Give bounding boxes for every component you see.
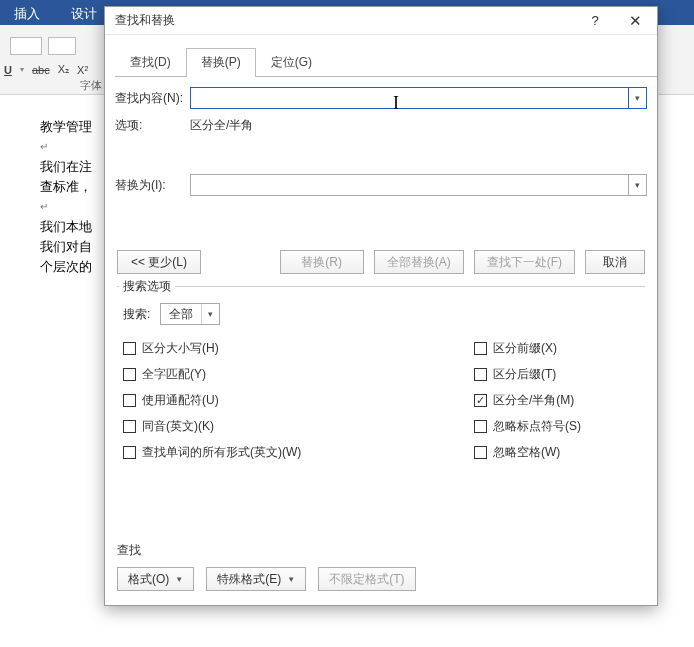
doc-line: 个层次的 <box>40 257 104 277</box>
checkbox-box <box>123 368 136 381</box>
checkbox-prefix[interactable]: 区分前缀(X) <box>474 335 639 361</box>
cancel-button[interactable]: 取消 <box>585 250 645 274</box>
doc-line: 我们本地 <box>40 217 104 237</box>
checkbox-match-case[interactable]: 区分大小写(H) <box>123 335 474 361</box>
checkbox-label: 忽略空格(W) <box>493 444 560 461</box>
checkbox-label: 区分大小写(H) <box>142 340 219 357</box>
less-button[interactable]: << 更少(L) <box>117 250 201 274</box>
chevron-down-icon: ▾ <box>201 304 219 324</box>
checkbox-ignore-space[interactable]: 忽略空格(W) <box>474 439 639 465</box>
strike-button[interactable]: abc <box>32 64 50 76</box>
search-direction-label: 搜索: <box>123 306 150 323</box>
find-what-label: 查找内容(N): <box>115 90 190 107</box>
checkbox-label: 全字匹配(Y) <box>142 366 206 383</box>
options-label: 选项: <box>115 117 190 134</box>
checkbox-label: 查找单词的所有形式(英文)(W) <box>142 444 301 461</box>
font-combo[interactable] <box>10 37 42 55</box>
checkbox-box <box>474 342 487 355</box>
document-body: 教学管理 ↵ 我们在注 查标准， ↵ 我们本地 我们对自 个层次的 <box>40 117 104 277</box>
checkbox-word-forms[interactable]: 查找单词的所有形式(英文)(W) <box>123 439 474 465</box>
checkbox-label: 忽略标点符号(S) <box>493 418 581 435</box>
superscript-button[interactable]: X² <box>77 64 88 76</box>
size-combo[interactable] <box>48 37 76 55</box>
special-format-button[interactable]: 特殊格式(E) ▼ <box>206 567 306 591</box>
find-replace-dialog: 查找和替换 ? ✕ 查找(D) 替换(P) 定位(G) 查找内容(N): ▾ 选… <box>104 6 658 606</box>
search-direction-select[interactable]: 全部 ▾ <box>160 303 220 325</box>
checkbox-label: 区分前缀(X) <box>493 340 557 357</box>
doc-line: 查标准， <box>40 177 104 197</box>
search-direction-value: 全部 <box>161 306 201 323</box>
dialog-titlebar[interactable]: 查找和替换 ? ✕ <box>105 7 657 35</box>
doc-line: ↵ <box>40 137 104 157</box>
checkbox-suffix[interactable]: 区分后缀(T) <box>474 361 639 387</box>
checkbox-box <box>474 368 487 381</box>
tab-replace[interactable]: 替换(P) <box>186 48 256 77</box>
underline-button[interactable]: U <box>4 64 12 76</box>
checkbox-ignore-punct[interactable]: 忽略标点符号(S) <box>474 413 639 439</box>
find-next-button[interactable]: 查找下一处(F) <box>474 250 575 274</box>
replace-with-label: 替换为(I): <box>115 177 190 194</box>
subscript-button[interactable]: X₂ <box>58 63 69 76</box>
checkbox-label: 使用通配符(U) <box>142 392 219 409</box>
options-text: 区分全/半角 <box>190 117 253 134</box>
close-button[interactable]: ✕ <box>615 8 655 34</box>
replace-with-dropdown-icon[interactable]: ▾ <box>629 174 647 196</box>
checkbox-wildcards[interactable]: 使用通配符(U) <box>123 387 474 413</box>
checkbox-box <box>123 420 136 433</box>
dialog-title: 查找和替换 <box>115 12 175 29</box>
checkbox-box <box>474 394 487 407</box>
format-button-label: 格式(O) <box>128 571 169 588</box>
checkbox-box <box>123 446 136 459</box>
checkbox-box <box>474 420 487 433</box>
checkbox-box <box>474 446 487 459</box>
replace-with-input[interactable] <box>190 174 629 196</box>
checkbox-box <box>123 342 136 355</box>
doc-line: 我们在注 <box>40 157 104 177</box>
special-format-button-label: 特殊格式(E) <box>217 571 281 588</box>
toolbar-group-label: 字体 <box>80 78 102 93</box>
dialog-tabs: 查找(D) 替换(P) 定位(G) <box>115 47 657 77</box>
checkbox-box <box>123 394 136 407</box>
find-what-input[interactable] <box>190 87 629 109</box>
chevron-down-icon: ▼ <box>287 575 295 584</box>
chevron-down-icon: ▼ <box>175 575 183 584</box>
find-format-label: 查找 <box>117 542 645 559</box>
find-what-combo[interactable]: ▾ <box>190 87 647 109</box>
doc-line: ↵ <box>40 197 104 217</box>
ribbon-tab-insert[interactable]: 插入 <box>0 0 54 27</box>
help-button[interactable]: ? <box>575 8 615 34</box>
replace-with-combo[interactable]: ▾ <box>190 174 647 196</box>
doc-line: 我们对自 <box>40 237 104 257</box>
format-button[interactable]: 格式(O) ▼ <box>117 567 194 591</box>
tab-goto[interactable]: 定位(G) <box>256 48 327 77</box>
no-format-button-label: 不限定格式(T) <box>329 571 404 588</box>
find-what-dropdown-icon[interactable]: ▾ <box>629 87 647 109</box>
replace-button[interactable]: 替换(R) <box>280 250 364 274</box>
checkbox-whole-word[interactable]: 全字匹配(Y) <box>123 361 474 387</box>
tab-find[interactable]: 查找(D) <box>115 48 186 77</box>
no-format-button[interactable]: 不限定格式(T) <box>318 567 415 591</box>
replace-all-button[interactable]: 全部替换(A) <box>374 250 464 274</box>
checkbox-label: 区分后缀(T) <box>493 366 556 383</box>
find-format-section: 查找 格式(O) ▼ 特殊格式(E) ▼ 不限定格式(T) <box>117 542 645 591</box>
checkbox-full-half-width[interactable]: 区分全/半角(M) <box>474 387 639 413</box>
checkbox-sounds-like[interactable]: 同音(英文)(K) <box>123 413 474 439</box>
checkbox-label: 同音(英文)(K) <box>142 418 214 435</box>
search-options-legend: 搜索选项 <box>119 278 175 295</box>
checkbox-label: 区分全/半角(M) <box>493 392 574 409</box>
doc-line: 教学管理 <box>40 117 104 137</box>
search-options-fieldset: 搜索选项 搜索: 全部 ▾ 区分大小写(H) 全字匹配(Y) <box>117 286 645 495</box>
